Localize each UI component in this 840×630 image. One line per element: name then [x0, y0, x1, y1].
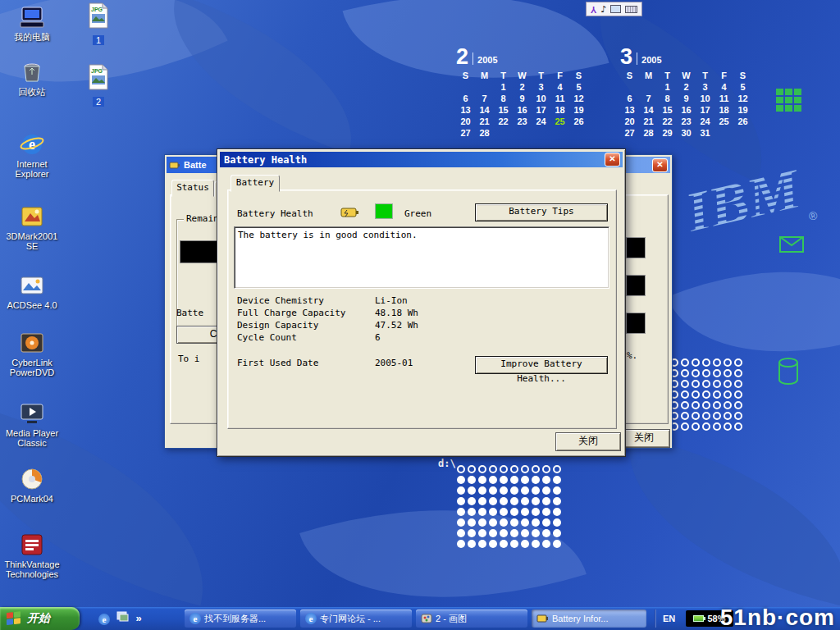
calendar-day-header: M: [475, 71, 494, 82]
calendar-date: 25: [550, 116, 569, 128]
desktop-icon-recycle-bin[interactable]: 回收站: [3, 59, 61, 97]
improve-battery-health-button[interactable]: Improve Battery Health...: [475, 356, 608, 374]
desktop-file-2[interactable]: JPG 2: [84, 64, 113, 108]
calendar-date: [569, 128, 588, 139]
remaining-label: Remain: [184, 213, 221, 224]
field-row: Full Charge Capacity 48.18 Wh: [237, 308, 606, 319]
dot: [532, 465, 540, 473]
dot: [542, 476, 550, 484]
note-icon[interactable]: ♪: [600, 5, 606, 14]
dot: [532, 508, 540, 516]
calendar-date: 14: [475, 105, 494, 116]
dot: [692, 422, 700, 431]
dialog-title: Battery Health: [224, 154, 307, 166]
dot: [681, 412, 689, 420]
dot: [500, 529, 508, 537]
calendar-date: 20: [456, 116, 475, 128]
health-status: Green: [404, 208, 431, 219]
desktop-icon-media-player-classic[interactable]: Media Player Classic: [3, 400, 61, 448]
desktop-icon-my-computer[interactable]: 我的电脑: [3, 4, 61, 42]
dot: [713, 358, 721, 367]
dot: [692, 369, 700, 377]
dot: [553, 476, 561, 484]
gauge-cell: [626, 275, 646, 296]
monitor-icon[interactable]: [610, 5, 621, 13]
dot: [468, 486, 476, 495]
start-button[interactable]: 开始: [0, 607, 80, 630]
close-icon[interactable]: ✕: [605, 153, 620, 167]
ibm-logo-text: IBM: [678, 155, 808, 245]
taskbar-task-forum[interactable]: e 专门网论坛 - ...: [300, 609, 412, 628]
calendar-date: 7: [475, 94, 494, 105]
dot: [532, 529, 540, 537]
plug-icon[interactable]: Y: [591, 5, 596, 14]
calendar-date: 1: [494, 82, 513, 94]
desktop-icon-internet-explorer[interactable]: e Internet Explorer: [3, 131, 61, 179]
quicklaunch-desktop[interactable]: [115, 611, 130, 626]
quicklaunch-chevron[interactable]: »: [131, 611, 146, 626]
taskbar-task-paint[interactable]: 2 - 画图: [416, 609, 527, 628]
gauge-cell: [626, 313, 646, 334]
calendar-date: 19: [569, 105, 588, 116]
desktop-icon-pcmark04[interactable]: PCMark04: [3, 466, 61, 504]
condition-textbox[interactable]: The battery is in good condition.: [234, 226, 609, 289]
tab-status[interactable]: Status: [171, 180, 214, 197]
calendar-date: [456, 82, 475, 94]
field-value: 47.52 Wh: [375, 320, 418, 331]
dot: [457, 465, 465, 473]
taskbar-task-battery-information[interactable]: Battery Infor...: [532, 609, 646, 628]
tab-label: Status: [176, 182, 209, 193]
battery-window-icon: [169, 159, 180, 171]
desktop-icon-label: ACDSee 4.0: [3, 300, 61, 310]
calendar-date: 9: [677, 94, 696, 105]
dot: [692, 380, 700, 388]
calendar-date: [475, 82, 494, 94]
field-value: Li-Ion: [375, 295, 408, 306]
drive-label: d:\: [438, 458, 456, 469]
tab-battery[interactable]: Battery: [231, 175, 280, 192]
calendar-date: 27: [620, 128, 639, 139]
quicklaunch-ie[interactable]: e: [97, 611, 112, 626]
calendar-date: 20: [620, 116, 639, 128]
calendar-month-number: 2: [456, 47, 468, 66]
desktop-icon-acdsee[interactable]: ACDSee 4.0: [3, 272, 61, 310]
dot: [478, 497, 486, 505]
battery-tips-button[interactable]: Battery Tips: [475, 203, 608, 221]
task-label: 2 - 画图: [436, 613, 467, 625]
dot: [457, 476, 465, 484]
close-button[interactable]: 关闭: [555, 432, 621, 451]
cylinder-icon: [778, 358, 799, 389]
dot: [734, 390, 742, 399]
condition-text: The battery is in good condition.: [235, 227, 609, 243]
dot: [702, 412, 710, 420]
calendar-date: 9: [513, 94, 532, 105]
desktop-icon-thinkvantage[interactable]: ThinkVantage Technologies: [3, 532, 61, 579]
calendar-date: 29: [658, 128, 677, 139]
close-icon[interactable]: ✕: [652, 158, 668, 172]
dot: [489, 540, 497, 548]
calendar-date: 30: [677, 128, 696, 139]
keyboard-icon[interactable]: [625, 6, 637, 13]
calendar-day-header: W: [513, 71, 532, 82]
wallpaper-calendar-february: 22005SMTWTFS1234567891011121314151617181…: [456, 45, 588, 139]
taskbar-task-server-not-found[interactable]: e 找不到服务器...: [185, 609, 296, 628]
battery-health-titlebar[interactable]: Battery Health ✕: [220, 152, 623, 167]
show-desktop-icon: [116, 611, 129, 623]
battery-icon: [340, 207, 360, 218]
tray-language-indicator[interactable]: EN: [663, 614, 675, 623]
desktop-icon-label: CyberLink PowerDVD: [3, 358, 61, 377]
desktop-file-1[interactable]: JPG 1: [84, 2, 113, 47]
start-label: 开始: [27, 611, 50, 626]
jpg-badge: JPG: [91, 7, 103, 12]
jpg-badge: JPG: [91, 68, 103, 74]
dot: [553, 540, 561, 548]
dot: [457, 540, 465, 548]
desktop-icon-powerdvd[interactable]: CyberLink PowerDVD: [3, 330, 61, 377]
dot: [724, 380, 732, 388]
battery-icon: [693, 615, 704, 622]
desktop-icon-3dmark2001[interactable]: 3DMark2001 SE: [3, 203, 61, 251]
percent-fragment: %.: [627, 350, 637, 361]
calendar-date: 23: [513, 116, 532, 128]
desktop-icon-label: 我的电脑: [3, 32, 61, 42]
calendar-date: 18: [550, 105, 569, 116]
